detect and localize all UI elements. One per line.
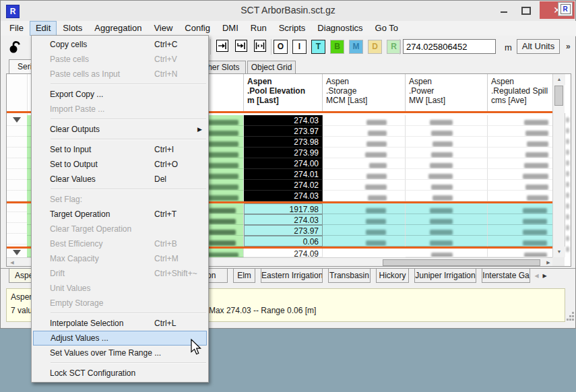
- value-cell[interactable]: [488, 137, 554, 148]
- column-header-aspen-regulated-spill[interactable]: Aspen.Regulated Spillcms [Ave]: [488, 74, 554, 111]
- goto-start-icon[interactable]: [214, 39, 230, 55]
- edit-menu-item-clear-target-operation[interactable]: Clear Target Operation: [32, 222, 208, 236]
- menubar-item-dmi[interactable]: DMI: [216, 21, 245, 36]
- edit-menu-item-paste-cells-as-input[interactable]: Paste cells as InputCtrl+N: [32, 67, 208, 81]
- goto-current-icon[interactable]: [233, 39, 249, 55]
- flag-button-i[interactable]: I: [292, 40, 307, 54]
- value-cell[interactable]: [406, 158, 488, 169]
- maximize-button[interactable]: [516, 2, 535, 18]
- value-cell[interactable]: [406, 148, 488, 158]
- value-cell[interactable]: [323, 180, 406, 191]
- minimize-button[interactable]: [494, 2, 513, 18]
- edit-menu-item-paste-cells[interactable]: Paste cellsCtrl+V: [32, 52, 208, 67]
- selected-value-input[interactable]: [403, 39, 496, 54]
- flag-button-t[interactable]: T: [311, 40, 325, 54]
- edit-menu-item-best-efficiency[interactable]: Best EfficiencyCtrl+B: [32, 236, 208, 251]
- value-cell[interactable]: [488, 180, 554, 191]
- value-cell[interactable]: [406, 115, 488, 126]
- riverware-logo-button[interactable]: R: [558, 2, 573, 16]
- value-cell[interactable]: [488, 148, 554, 158]
- summary-value-cell[interactable]: 273.97: [244, 225, 323, 236]
- menubar-item-config[interactable]: Config: [179, 21, 216, 36]
- value-cell[interactable]: [488, 126, 554, 137]
- value-cell[interactable]: [406, 191, 488, 201]
- edit-menu-item-set-to-output[interactable]: Set to OutputCtrl+O: [32, 157, 208, 172]
- object-tab-juniper-irrigation[interactable]: Juniper Irrigation: [414, 269, 476, 283]
- value-cell[interactable]: [323, 126, 406, 137]
- value-cell[interactable]: [488, 158, 554, 169]
- value-cell[interactable]: [406, 180, 488, 191]
- tab-scroll-right-icon[interactable]: ▶: [540, 270, 549, 282]
- column-header-aspen-power[interactable]: Aspen.PowerMW [Last]: [406, 74, 488, 111]
- slot-tab-object-grid[interactable]: Object Grid: [247, 61, 296, 73]
- value-cell[interactable]: [323, 148, 406, 158]
- edit-menu-item-set-to-input[interactable]: Set to InputCtrl+I: [32, 142, 208, 157]
- edit-menu-item-set-flag[interactable]: Set Flag:: [32, 192, 208, 207]
- edit-menu-item-unit-values[interactable]: Unit Values: [32, 281, 208, 296]
- edit-menu-item-drift[interactable]: DriftCtrl+Shift+~: [32, 266, 208, 281]
- object-tab-eastern-irrigation[interactable]: Eastern Irrigation: [261, 269, 323, 283]
- flag-button-r[interactable]: R: [387, 40, 401, 54]
- object-tab-interstate-ga[interactable]: Interstate Ga: [482, 269, 530, 283]
- selected-value-cell[interactable]: 274.02: [244, 180, 323, 191]
- object-tab-transbasin[interactable]: Transbasin: [328, 269, 371, 283]
- selected-value-cell[interactable]: 274.03: [244, 191, 323, 201]
- selected-value-cell[interactable]: 273.99: [244, 148, 323, 158]
- value-cell[interactable]: [406, 249, 488, 257]
- scroll-left-icon[interactable]: ◀: [7, 258, 18, 267]
- vertical-scrollbar[interactable]: ▲▼: [552, 74, 565, 257]
- summary-value-cell[interactable]: 274.03: [244, 214, 323, 225]
- edit-menu-item-lock-sct-configuration[interactable]: Lock SCT Configuration: [32, 366, 208, 381]
- edit-menu-item-max-capacity[interactable]: Max CapacityCtrl+M: [32, 251, 208, 266]
- value-cell[interactable]: [323, 137, 406, 148]
- column-header-aspen-storage[interactable]: Aspen.StorageMCM [Last]: [323, 74, 406, 111]
- value-cell[interactable]: [323, 158, 406, 169]
- value-cell[interactable]: [406, 169, 488, 180]
- vertical-scroll-thumb[interactable]: [554, 86, 563, 106]
- edit-menu-item-import-paste[interactable]: Import Paste ...: [32, 102, 208, 117]
- edit-menu-item-set-values-over-time-range[interactable]: Set Values over Time Range ...: [32, 346, 208, 360]
- menubar-item-edit[interactable]: Edit: [30, 21, 57, 36]
- edit-menu-item-adjust-values[interactable]: Adjust Values ...: [33, 331, 207, 346]
- edit-menu-item-empty-storage[interactable]: Empty Storage: [32, 296, 208, 311]
- scroll-up-icon[interactable]: ▲: [553, 74, 565, 85]
- menubar-item-aggregation[interactable]: Aggregation: [88, 21, 148, 36]
- alt-units-button[interactable]: Alt Units: [517, 39, 560, 54]
- edit-menu-item-clear-values[interactable]: Clear ValuesDel: [32, 172, 208, 187]
- edit-menu-item-target-operation[interactable]: Target OperationCtrl+T: [32, 207, 208, 222]
- goto-range-icon[interactable]: [252, 39, 267, 55]
- resize-grip-icon[interactable]: [567, 312, 575, 321]
- menubar-item-scripts[interactable]: Scripts: [273, 21, 312, 36]
- selected-value-cell[interactable]: 274.00: [244, 158, 323, 169]
- value-cell[interactable]: [323, 191, 406, 201]
- flag-button-o[interactable]: O: [274, 40, 288, 54]
- horizontal-scroll-thumb[interactable]: [383, 259, 540, 266]
- value-cell[interactable]: [488, 191, 554, 201]
- flag-button-m[interactable]: M: [349, 40, 363, 54]
- menubar-item-go-to[interactable]: Go To: [369, 21, 404, 36]
- value-cell[interactable]: [488, 249, 554, 257]
- column-header-aspen-pool-elevation[interactable]: Aspen.Pool Elevationm [Last]: [244, 74, 323, 111]
- menubar-item-view[interactable]: View: [148, 21, 179, 36]
- menubar-item-diagnostics[interactable]: Diagnostics: [311, 21, 369, 36]
- summary-value-cell[interactable]: 1917.98: [244, 203, 323, 214]
- summary-value-cell[interactable]: 0.06: [244, 236, 323, 247]
- toolbar-overflow-chevron-icon[interactable]: »: [566, 42, 571, 51]
- titlebar[interactable]: R SCT ArborBasin.sct.gz ✕: [1, 1, 575, 22]
- selected-value-cell[interactable]: 274.03: [244, 115, 323, 126]
- object-tab-elm[interactable]: Elm: [233, 269, 255, 283]
- flag-button-b[interactable]: B: [330, 40, 344, 54]
- value-cell[interactable]: [323, 169, 406, 180]
- value-cell[interactable]: [406, 137, 488, 148]
- edit-menu-item-clear-outputs[interactable]: Clear Outputs▶: [32, 122, 208, 137]
- unlock-icon[interactable]: [6, 38, 24, 55]
- edit-menu-item-export-copy[interactable]: Export Copy ...: [32, 87, 208, 102]
- menubar-item-run[interactable]: Run: [245, 21, 273, 36]
- value-cell[interactable]: 274.09: [244, 249, 323, 257]
- object-tab-hickory[interactable]: Hickory: [376, 269, 409, 283]
- selected-value-cell[interactable]: 274.01: [244, 169, 323, 180]
- edit-menu-item-interpolate-selection[interactable]: Interpolate SelectionCtrl+L: [32, 316, 208, 331]
- selected-value-cell[interactable]: 273.98: [244, 137, 323, 148]
- value-cell[interactable]: [488, 115, 554, 126]
- value-cell[interactable]: [323, 115, 406, 126]
